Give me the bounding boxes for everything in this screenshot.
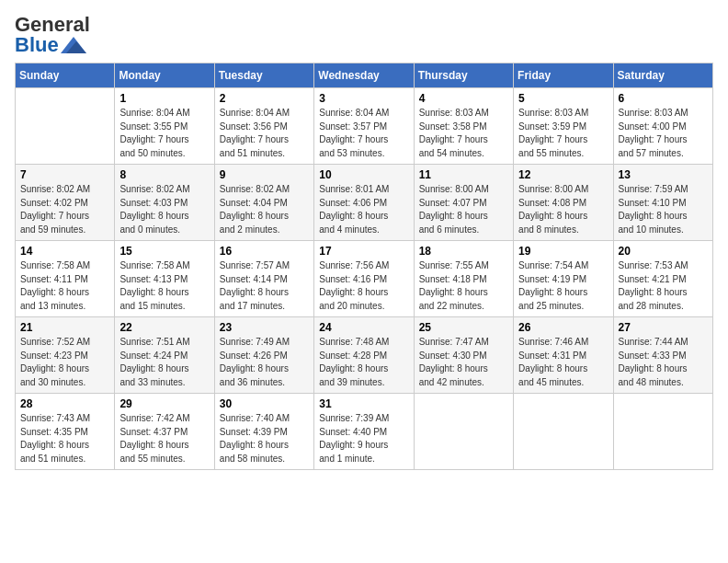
logo-icon xyxy=(61,37,86,53)
calendar-cell: 15Sunrise: 7:58 AM Sunset: 4:13 PM Dayli… xyxy=(115,241,214,317)
day-info: Sunrise: 7:43 AM Sunset: 4:35 PM Dayligh… xyxy=(20,412,109,465)
day-number: 21 xyxy=(20,321,109,334)
weekday-header: Tuesday xyxy=(214,63,313,88)
day-number: 17 xyxy=(319,245,408,258)
day-info: Sunrise: 7:49 AM Sunset: 4:26 PM Dayligh… xyxy=(220,336,309,389)
calendar-cell: 10Sunrise: 8:01 AM Sunset: 4:06 PM Dayli… xyxy=(314,165,414,241)
day-info: Sunrise: 7:53 AM Sunset: 4:21 PM Dayligh… xyxy=(619,259,708,313)
day-number: 27 xyxy=(619,321,708,334)
calendar-cell: 11Sunrise: 8:00 AM Sunset: 4:07 PM Dayli… xyxy=(414,165,513,241)
day-info: Sunrise: 8:01 AM Sunset: 4:06 PM Dayligh… xyxy=(319,183,408,236)
calendar-cell: 9Sunrise: 8:02 AM Sunset: 4:04 PM Daylig… xyxy=(214,165,313,241)
calendar-cell: 23Sunrise: 7:49 AM Sunset: 4:26 PM Dayli… xyxy=(214,317,313,394)
day-number: 20 xyxy=(619,245,708,258)
day-number: 28 xyxy=(20,397,109,410)
day-info: Sunrise: 8:00 AM Sunset: 4:08 PM Dayligh… xyxy=(518,183,608,236)
calendar-cell: 13Sunrise: 7:59 AM Sunset: 4:10 PM Dayli… xyxy=(613,165,712,241)
day-info: Sunrise: 7:59 AM Sunset: 4:10 PM Dayligh… xyxy=(619,183,708,236)
day-info: Sunrise: 7:42 AM Sunset: 4:37 PM Dayligh… xyxy=(119,412,209,465)
day-number: 29 xyxy=(119,397,209,410)
day-number: 9 xyxy=(220,168,309,181)
day-info: Sunrise: 8:02 AM Sunset: 4:03 PM Dayligh… xyxy=(119,183,209,236)
calendar-cell: 28Sunrise: 7:43 AM Sunset: 4:35 PM Dayli… xyxy=(16,394,115,470)
calendar-cell: 4Sunrise: 8:03 AM Sunset: 3:58 PM Daylig… xyxy=(414,88,513,165)
day-info: Sunrise: 7:48 AM Sunset: 4:28 PM Dayligh… xyxy=(319,336,408,389)
day-number: 18 xyxy=(419,245,508,258)
day-number: 13 xyxy=(619,168,708,181)
logo-text: General Blue xyxy=(15,15,90,55)
calendar-cell: 24Sunrise: 7:48 AM Sunset: 4:28 PM Dayli… xyxy=(314,317,414,394)
day-number: 30 xyxy=(220,397,309,410)
weekday-header: Sunday xyxy=(16,63,115,88)
day-info: Sunrise: 7:57 AM Sunset: 4:14 PM Dayligh… xyxy=(220,259,309,313)
day-info: Sunrise: 7:40 AM Sunset: 4:39 PM Dayligh… xyxy=(220,412,309,465)
day-info: Sunrise: 7:58 AM Sunset: 4:13 PM Dayligh… xyxy=(119,259,209,313)
calendar-cell: 22Sunrise: 7:51 AM Sunset: 4:24 PM Dayli… xyxy=(115,317,214,394)
calendar-cell: 8Sunrise: 8:02 AM Sunset: 4:03 PM Daylig… xyxy=(115,165,214,241)
calendar-cell: 7Sunrise: 8:02 AM Sunset: 4:02 PM Daylig… xyxy=(16,165,115,241)
calendar-cell: 5Sunrise: 8:03 AM Sunset: 3:59 PM Daylig… xyxy=(514,88,613,165)
calendar-cell: 31Sunrise: 7:39 AM Sunset: 4:40 PM Dayli… xyxy=(314,394,414,470)
logo: General Blue xyxy=(15,15,90,55)
calendar-cell: 1Sunrise: 8:04 AM Sunset: 3:55 PM Daylig… xyxy=(115,88,214,165)
day-number: 11 xyxy=(419,168,508,181)
calendar-cell: 27Sunrise: 7:44 AM Sunset: 4:33 PM Dayli… xyxy=(613,317,712,394)
weekday-header: Friday xyxy=(514,63,613,88)
day-number: 23 xyxy=(220,321,309,334)
day-number: 16 xyxy=(220,245,309,258)
day-number: 6 xyxy=(619,92,708,105)
day-number: 3 xyxy=(319,92,408,105)
day-number: 19 xyxy=(518,245,608,258)
day-number: 31 xyxy=(319,397,408,410)
day-number: 5 xyxy=(518,92,608,105)
page-header: General Blue xyxy=(15,15,713,55)
calendar-header: SundayMondayTuesdayWednesdayThursdayFrid… xyxy=(16,63,713,88)
day-info: Sunrise: 7:47 AM Sunset: 4:30 PM Dayligh… xyxy=(419,336,508,389)
day-info: Sunrise: 7:56 AM Sunset: 4:16 PM Dayligh… xyxy=(319,259,408,313)
calendar-cell: 3Sunrise: 8:04 AM Sunset: 3:57 PM Daylig… xyxy=(314,88,414,165)
day-info: Sunrise: 7:54 AM Sunset: 4:19 PM Dayligh… xyxy=(518,259,608,313)
day-number: 4 xyxy=(419,92,508,105)
day-number: 22 xyxy=(119,321,209,334)
calendar-table: SundayMondayTuesdayWednesdayThursdayFrid… xyxy=(15,63,713,470)
day-info: Sunrise: 7:46 AM Sunset: 4:31 PM Dayligh… xyxy=(518,336,608,389)
day-info: Sunrise: 8:03 AM Sunset: 3:59 PM Dayligh… xyxy=(518,107,608,160)
calendar-cell xyxy=(514,394,613,470)
calendar-cell: 6Sunrise: 8:03 AM Sunset: 4:00 PM Daylig… xyxy=(613,88,712,165)
day-info: Sunrise: 8:03 AM Sunset: 3:58 PM Dayligh… xyxy=(419,107,508,160)
day-number: 12 xyxy=(518,168,608,181)
calendar-cell: 14Sunrise: 7:58 AM Sunset: 4:11 PM Dayli… xyxy=(16,241,115,317)
calendar-cell: 12Sunrise: 8:00 AM Sunset: 4:08 PM Dayli… xyxy=(514,165,613,241)
calendar-cell: 18Sunrise: 7:55 AM Sunset: 4:18 PM Dayli… xyxy=(414,241,513,317)
calendar-cell: 2Sunrise: 8:04 AM Sunset: 3:56 PM Daylig… xyxy=(214,88,313,165)
day-number: 2 xyxy=(220,92,309,105)
day-info: Sunrise: 8:04 AM Sunset: 3:57 PM Dayligh… xyxy=(319,107,408,160)
calendar-cell: 26Sunrise: 7:46 AM Sunset: 4:31 PM Dayli… xyxy=(514,317,613,394)
weekday-header: Thursday xyxy=(414,63,513,88)
calendar-cell: 16Sunrise: 7:57 AM Sunset: 4:14 PM Dayli… xyxy=(214,241,313,317)
day-number: 14 xyxy=(20,245,109,258)
day-number: 24 xyxy=(319,321,408,334)
weekday-header: Monday xyxy=(115,63,214,88)
calendar-cell: 29Sunrise: 7:42 AM Sunset: 4:37 PM Dayli… xyxy=(115,394,214,470)
day-number: 7 xyxy=(20,168,109,181)
weekday-header: Saturday xyxy=(613,63,712,88)
logo-blue: Blue xyxy=(15,35,59,55)
day-number: 1 xyxy=(119,92,209,105)
day-info: Sunrise: 7:39 AM Sunset: 4:40 PM Dayligh… xyxy=(319,412,408,465)
calendar-cell xyxy=(414,394,513,470)
day-info: Sunrise: 7:51 AM Sunset: 4:24 PM Dayligh… xyxy=(119,336,209,389)
calendar-cell: 30Sunrise: 7:40 AM Sunset: 4:39 PM Dayli… xyxy=(214,394,313,470)
day-number: 25 xyxy=(419,321,508,334)
day-info: Sunrise: 8:04 AM Sunset: 3:56 PM Dayligh… xyxy=(220,107,309,160)
day-info: Sunrise: 8:04 AM Sunset: 3:55 PM Dayligh… xyxy=(119,107,209,160)
calendar-cell: 21Sunrise: 7:52 AM Sunset: 4:23 PM Dayli… xyxy=(16,317,115,394)
calendar-cell: 19Sunrise: 7:54 AM Sunset: 4:19 PM Dayli… xyxy=(514,241,613,317)
day-info: Sunrise: 7:58 AM Sunset: 4:11 PM Dayligh… xyxy=(20,259,109,313)
day-number: 10 xyxy=(319,168,408,181)
calendar-cell xyxy=(16,88,115,165)
calendar-cell: 20Sunrise: 7:53 AM Sunset: 4:21 PM Dayli… xyxy=(613,241,712,317)
calendar-cell xyxy=(613,394,712,470)
day-number: 8 xyxy=(119,168,209,181)
day-number: 15 xyxy=(119,245,209,258)
